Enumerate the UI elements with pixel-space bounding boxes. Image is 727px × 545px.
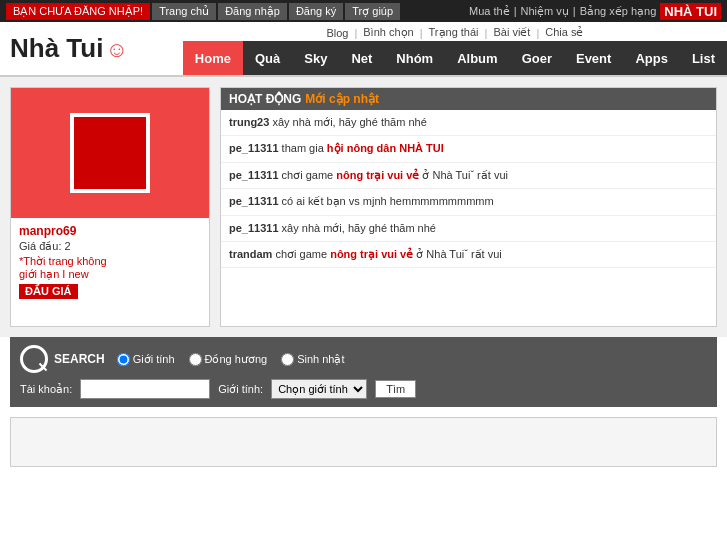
auction-status: *Thời trang không giới hạn I new [19, 255, 201, 281]
search-results [10, 417, 717, 467]
nav-item-apps[interactable]: Apps [623, 41, 680, 75]
search-filters: Giới tínhĐồng hươngSinh nhật [117, 353, 345, 366]
top-bar-right: Mua thẻ | Nhiệm vụ | Bảng xếp hạng NHÀ T… [469, 3, 721, 20]
search-inputs: Tài khoản: Giới tính: Chọn giới tínhNamN… [20, 379, 707, 399]
activity-highlight: nông trại vui vẻ [330, 248, 413, 260]
share-link[interactable]: Chia sẻ [545, 26, 583, 39]
sep1: | [514, 5, 517, 17]
search-label: SEARCH [54, 352, 105, 366]
logo-section: Nhà Tui☺ [0, 22, 183, 75]
top-bar-left: BẠN CHƯA ĐĂNG NHẬP! Trang chủ Đăng nhập … [6, 3, 400, 20]
activity-item: pe_11311 xây nhà mới, hãy ghé thăm nhé [221, 216, 716, 242]
nav-item-album[interactable]: Album [445, 41, 509, 75]
nav-item-goer[interactable]: Goer [510, 41, 564, 75]
auction-box: manpro69 Giá đầu: 2 *Thời trang không gi… [11, 88, 209, 305]
activity-item: pe_11311 tham gia hội nông dân NHÀ TUI [221, 136, 716, 162]
activity-new-tag: Mới cập nhật [305, 92, 379, 106]
filter-gioi_tinh[interactable]: Giới tính [117, 353, 175, 366]
top-bar: BẠN CHƯA ĐĂNG NHẬP! Trang chủ Đăng nhập … [0, 0, 727, 22]
activity-header-text: HOẠT ĐỘNG [229, 92, 301, 106]
home-btn[interactable]: Trang chủ [152, 3, 216, 20]
buy-card-link[interactable]: Mua thẻ [469, 5, 510, 18]
not-logged-in-btn[interactable]: BẠN CHƯA ĐĂNG NHẬP! [6, 3, 150, 20]
blog-link[interactable]: Blog [326, 27, 348, 39]
search-icon-box: SEARCH [20, 345, 105, 373]
main-nav: HomeQuàSkyNetNhómAlbumGoerEventAppsList [183, 41, 727, 75]
activity-username[interactable]: pe_11311 [229, 195, 279, 207]
nav-item-list[interactable]: List [680, 41, 727, 75]
activity-highlight: nông trại vui vẻ [336, 169, 419, 181]
nav-section: Blog | Bình chọn | Trạng thái | Bài viết… [183, 22, 727, 75]
activity-username[interactable]: trung23 [229, 116, 269, 128]
register-btn[interactable]: Đăng ký [289, 3, 343, 20]
nav-item-net[interactable]: Net [339, 41, 384, 75]
login-btn[interactable]: Đăng nhập [218, 3, 287, 20]
gender-select[interactable]: Chọn giới tínhNamNữ [271, 379, 367, 399]
logo-text[interactable]: Nhà Tui☺ [10, 33, 128, 64]
account-label: Tài khoản: [20, 383, 72, 396]
logo-icon: ☺ [105, 37, 127, 62]
activity-item: pe_11311 có ai kết bạn vs mjnh hemmmmmmm… [221, 189, 716, 215]
activity-item: trandam chơi game nông trại vui vẻ ở Nhà… [221, 242, 716, 268]
account-input[interactable] [80, 379, 210, 399]
search-icon [20, 345, 48, 373]
nav-item-quà[interactable]: Quà [243, 41, 292, 75]
help-btn[interactable]: Trợ giúp [345, 3, 400, 20]
auction-price: Giá đầu: 2 [19, 240, 201, 253]
activity-item: trung23 xây nhà mới, hãy ghé thăm nhé [221, 110, 716, 136]
nav-item-sky[interactable]: Sky [292, 41, 339, 75]
activity-username[interactable]: pe_11311 [229, 222, 279, 234]
vote-link[interactable]: Bình chọn [363, 26, 413, 39]
auction-username[interactable]: manpro69 [19, 224, 201, 238]
logo-nav: Nhà Tui☺ Blog | Bình chọn | Trạng thái |… [0, 22, 727, 77]
gender-input-label: Giới tính: [218, 383, 263, 396]
nav-item-home[interactable]: Home [183, 41, 243, 75]
activity-list: trung23 xây nhà mới, hãy ghé thăm nhépe_… [221, 110, 716, 268]
leaderboard-link[interactable]: Bảng xếp hạng [580, 5, 657, 18]
filter-sinh_nhat[interactable]: Sinh nhật [281, 353, 344, 366]
activity-username[interactable]: pe_11311 [229, 169, 279, 181]
nav-item-event[interactable]: Event [564, 41, 623, 75]
activity-header: HOẠT ĐỘNG Mới cập nhật [221, 88, 716, 110]
search-top: SEARCH Giới tínhĐồng hươngSinh nhật [20, 345, 707, 373]
auction-image [11, 88, 209, 218]
activity-item: pe_11311 chơi game nông trại vui vẻ ở Nh… [221, 163, 716, 189]
status-link[interactable]: Trạng thái [429, 26, 479, 39]
filter-dong_huong[interactable]: Đồng hương [189, 353, 268, 366]
auction-info: manpro69 Giá đầu: 2 *Thời trang không gi… [11, 218, 209, 305]
activity-highlight: hội nông dân NHÀ TUI [327, 142, 444, 154]
brand-label: NHÀ TUI [660, 3, 721, 20]
sep2: | [573, 5, 576, 17]
search-button[interactable]: Tìm [375, 380, 416, 398]
auction-image-inner [70, 113, 150, 193]
missions-link[interactable]: Nhiệm vụ [521, 5, 569, 18]
content-area: manpro69 Giá đầu: 2 *Thời trang không gi… [0, 77, 727, 337]
activity-username[interactable]: trandam [229, 248, 272, 260]
articles-link[interactable]: Bài viết [493, 26, 530, 39]
nav-item-nhóm[interactable]: Nhóm [384, 41, 445, 75]
search-area: SEARCH Giới tínhĐồng hươngSinh nhật Tài … [10, 337, 717, 407]
activity-panel: HOẠT ĐỘNG Mới cập nhật trung23 xây nhà m… [220, 87, 717, 327]
activity-username[interactable]: pe_11311 [229, 142, 279, 154]
auction-badge[interactable]: ĐẦU GIÁ [19, 284, 78, 299]
sub-nav: Blog | Bình chọn | Trạng thái | Bài viết… [183, 22, 727, 41]
left-panel: manpro69 Giá đầu: 2 *Thời trang không gi… [10, 87, 210, 327]
